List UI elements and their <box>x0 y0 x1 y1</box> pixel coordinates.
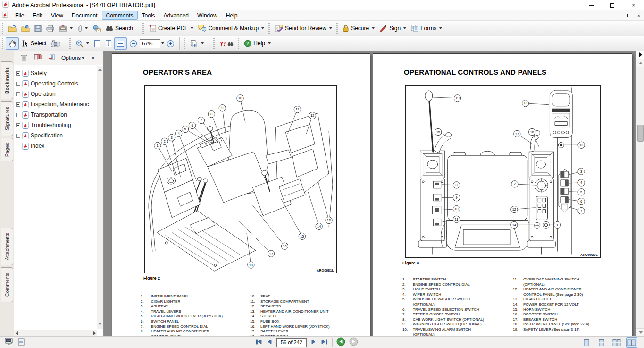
page-display-button[interactable] <box>188 37 206 50</box>
zoom-out-button[interactable] <box>127 37 140 50</box>
toolbar-grip[interactable] <box>184 38 185 49</box>
comment-markup-button[interactable]: Comment & Markup <box>196 22 267 34</box>
menu-advanced[interactable]: Advanced <box>159 11 193 20</box>
toolbar-grip[interactable] <box>268 23 270 34</box>
select-tool-button[interactable]: Select <box>19 37 49 50</box>
bookmark-item[interactable]: Operating Controls <box>16 78 97 89</box>
open-web-button[interactable] <box>19 22 32 34</box>
expand-plus-icon[interactable] <box>16 134 20 138</box>
menu-help[interactable]: Help <box>222 11 242 20</box>
tab-pages[interactable]: Pages <box>1 138 13 161</box>
scrollbar-thumb[interactable] <box>637 125 644 142</box>
prev-page-button[interactable] <box>267 339 273 347</box>
scroll-up-icon[interactable] <box>98 68 102 71</box>
document-area[interactable]: OPERATOR'S AREA <box>104 51 636 336</box>
single-page-view-button[interactable] <box>581 337 592 348</box>
toolbar-grip[interactable] <box>69 38 71 49</box>
save-button[interactable] <box>32 22 44 34</box>
menu-file[interactable]: File <box>11 11 28 20</box>
last-page-button[interactable] <box>320 339 328 347</box>
tab-signatures[interactable]: Signatures <box>1 101 13 136</box>
facing-view-button[interactable] <box>626 337 637 348</box>
expand-plus-icon[interactable] <box>16 92 20 96</box>
fit-height-button[interactable] <box>103 37 114 50</box>
toolbar-grip[interactable] <box>142 23 144 34</box>
bookmark-item[interactable]: Index <box>16 141 97 151</box>
bookmarks-vscrollbar[interactable] <box>97 66 103 329</box>
secure-button[interactable]: Secure <box>340 22 377 34</box>
zoom-tool-button[interactable] <box>73 37 92 50</box>
search-button[interactable]: Search <box>103 22 135 34</box>
doc-close-icon[interactable]: × <box>637 13 640 18</box>
menu-window[interactable]: Window <box>193 11 222 20</box>
continuous-facing-view-button[interactable] <box>611 337 622 348</box>
forms-button[interactable]: Forms <box>409 22 444 34</box>
toolbar-grip[interactable] <box>2 38 3 49</box>
toolbar-grip[interactable] <box>336 23 338 34</box>
bookmarks-options-button[interactable]: Options <box>61 55 84 61</box>
tab-bookmarks[interactable]: Bookmarks <box>1 61 13 99</box>
print-button[interactable] <box>44 22 57 34</box>
open-button[interactable] <box>6 22 19 34</box>
toolbar-grip[interactable] <box>213 38 215 49</box>
next-page-button[interactable] <box>310 339 317 347</box>
fit-page-button[interactable] <box>92 37 103 50</box>
scroll-up-button[interactable] <box>636 59 644 67</box>
page-size-icon[interactable] <box>18 338 25 347</box>
tab-attachments[interactable]: Attachments <box>1 228 13 265</box>
scroll-down-icon[interactable] <box>98 323 102 325</box>
document-vscrollbar[interactable] <box>636 51 644 336</box>
bookmark-item[interactable]: Specification <box>16 130 97 141</box>
new-bookmark-icon[interactable] <box>48 54 56 62</box>
preview-monitor-icon[interactable] <box>5 338 13 347</box>
menu-view[interactable]: View <box>47 11 67 20</box>
expand-plus-icon[interactable] <box>16 102 20 107</box>
zoom-in-button[interactable] <box>164 37 177 50</box>
doc-restore-icon[interactable] <box>627 14 631 17</box>
bookmark-item[interactable]: Operation <box>16 89 97 99</box>
expand-plus-icon[interactable] <box>16 71 20 76</box>
doc-minimize-icon[interactable] <box>617 16 621 16</box>
maximize-icon[interactable] <box>602 0 623 10</box>
continuous-view-button[interactable] <box>596 337 607 348</box>
menu-document[interactable]: Document <box>67 11 102 20</box>
pane-toggle-button[interactable] <box>636 51 644 59</box>
scroll-down-button[interactable] <box>636 328 644 336</box>
panel-close-icon[interactable]: × <box>91 54 95 62</box>
help-button[interactable]: ? Help <box>242 37 273 50</box>
toolbar-grip[interactable] <box>2 23 3 34</box>
menu-comments[interactable]: Comments <box>102 11 138 20</box>
previous-view-button[interactable] <box>336 337 345 348</box>
scroll-left-icon[interactable] <box>16 331 18 335</box>
fit-width-button[interactable] <box>114 37 127 50</box>
page-number-input[interactable] <box>276 338 307 347</box>
bookmarks-hscrollbar[interactable] <box>14 330 97 336</box>
scroll-right-icon[interactable] <box>93 331 96 335</box>
bookmark-item[interactable]: Safety <box>16 68 97 78</box>
hand-tool-button[interactable] <box>6 37 19 50</box>
tab-comments[interactable]: Comments <box>1 267 13 302</box>
expand-plus-icon[interactable] <box>16 123 20 127</box>
close-icon[interactable]: × <box>623 0 644 10</box>
sign-button[interactable]: Sign <box>377 22 409 34</box>
yahoo-search-button[interactable]: Y! <box>217 37 236 50</box>
create-pdf-button[interactable]: Create PDF <box>146 22 196 34</box>
attach-button[interactable] <box>75 22 90 34</box>
organizer-button[interactable] <box>57 22 75 34</box>
expand-plus-icon[interactable] <box>16 113 20 117</box>
minimize-icon[interactable] <box>580 0 602 10</box>
bookmark-item[interactable]: Transportation <box>16 110 97 120</box>
send-review-button[interactable]: Send for Review <box>272 22 335 34</box>
first-page-button[interactable] <box>255 339 263 347</box>
bookmark-item[interactable]: Inspection, Maintenanc <box>16 99 97 110</box>
toolbar-grip[interactable] <box>238 38 239 49</box>
expand-current-bookmark-icon[interactable] <box>34 54 42 62</box>
zoom-level-input[interactable] <box>140 39 160 48</box>
expand-plus-icon[interactable] <box>16 82 20 86</box>
menu-tools[interactable]: Tools <box>138 11 159 20</box>
delete-bookmark-icon[interactable] <box>21 54 27 62</box>
email-button[interactable] <box>90 22 103 34</box>
snapshot-tool-button[interactable] <box>49 37 62 50</box>
bookmark-item[interactable]: Troubleshooting <box>16 120 97 130</box>
menu-edit[interactable]: Edit <box>28 11 47 20</box>
